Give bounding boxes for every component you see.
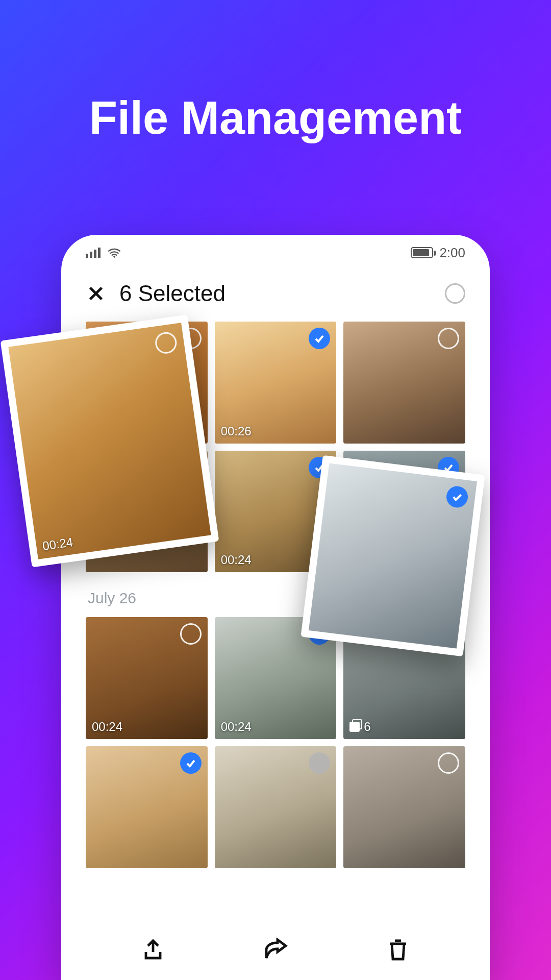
select-all-toggle[interactable] (445, 283, 465, 304)
status-left (86, 248, 121, 258)
check-icon (450, 490, 464, 504)
video-duration-badge: 00:24 (221, 720, 252, 734)
promo-headline: File Management (0, 92, 551, 144)
check-icon (185, 757, 197, 769)
status-time: 2:00 (439, 245, 465, 261)
bottom-action-bar (61, 919, 490, 980)
share-icon (263, 938, 288, 962)
share-button[interactable] (261, 936, 290, 964)
photo-thumb[interactable] (343, 322, 465, 444)
export-icon (141, 938, 165, 962)
photo-stack-count-badge: 6 (349, 720, 370, 734)
photo-grid-section-2: 00:24 00:24 6 (86, 617, 465, 868)
selection-indicator-empty[interactable] (180, 623, 202, 645)
video-duration-badge: 00:26 (221, 424, 252, 438)
photo-thumb[interactable] (86, 746, 208, 868)
cellular-signal-icon (86, 248, 101, 258)
selection-count-title: 6 Selected (119, 281, 445, 306)
trash-icon (386, 938, 410, 962)
floating-preview-image (309, 463, 477, 648)
selection-indicator-checked[interactable] (180, 752, 202, 774)
video-duration-badge: 00:24 (92, 720, 122, 734)
app-bar: 6 Selected (61, 271, 490, 322)
photo-thumb[interactable]: 00:26 (215, 322, 337, 444)
delete-button[interactable] (384, 936, 412, 964)
close-icon (87, 285, 105, 302)
svg-point-0 (113, 256, 115, 257)
status-right: 2:00 (411, 245, 465, 261)
status-bar: 2:00 (61, 235, 490, 271)
photo-thumb[interactable] (215, 746, 337, 868)
stack-icon (349, 722, 360, 732)
photo-thumb[interactable] (343, 746, 465, 868)
floating-preview-card: 00:24 (1, 314, 219, 567)
selection-indicator-empty[interactable] (438, 328, 459, 349)
floating-preview-card (300, 455, 485, 656)
video-duration-badge: 00:24 (221, 553, 252, 567)
selection-indicator-empty[interactable] (438, 752, 459, 774)
floating-preview-image: 00:24 (8, 323, 211, 559)
battery-icon (411, 247, 433, 258)
selection-indicator-empty (154, 331, 178, 355)
video-duration-badge: 00:24 (41, 535, 73, 553)
photo-thumb[interactable]: 00:24 (86, 617, 208, 739)
promo-background: File Management 2:00 6 Selected (0, 0, 551, 980)
export-button[interactable] (139, 936, 167, 964)
close-button[interactable] (86, 283, 106, 304)
selection-indicator-checked (445, 485, 469, 509)
check-icon (313, 332, 325, 345)
wifi-icon (108, 248, 121, 258)
